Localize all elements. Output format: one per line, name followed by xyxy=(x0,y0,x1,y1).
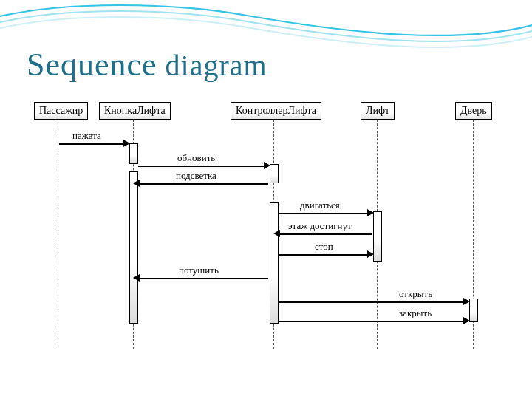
actor-button: КнопкаЛифта xyxy=(99,102,171,120)
msg-label-nazhata: нажата xyxy=(72,130,101,142)
activation-controller-2 xyxy=(270,202,279,324)
msg-label-podsvetka: подсветка xyxy=(176,170,216,182)
activation-lift xyxy=(373,211,382,262)
arrow-icon xyxy=(463,298,470,305)
msg-label-stop: стоп xyxy=(315,241,333,253)
msg-label-dvigatsya: двигаться xyxy=(300,200,340,211)
actor-label: Дверь xyxy=(460,105,487,116)
arrow-icon xyxy=(463,317,470,324)
title-word-1: Sequence xyxy=(27,47,157,83)
actor-door: Дверь xyxy=(455,102,492,120)
msg-podsvetka xyxy=(138,183,268,185)
activation-door xyxy=(469,299,478,322)
msg-stop xyxy=(279,254,372,256)
activation-controller xyxy=(270,164,279,183)
wave-decoration xyxy=(0,0,532,52)
actor-lift: Лифт xyxy=(361,102,395,120)
title-word-2: diagram xyxy=(166,49,267,82)
msg-etazh xyxy=(279,233,372,235)
actor-label: Лифт xyxy=(366,105,389,116)
actor-label: Пассажир xyxy=(39,105,83,116)
arrow-icon xyxy=(273,230,280,237)
arrow-icon xyxy=(367,209,374,216)
arrow-icon xyxy=(367,250,374,258)
msg-label-otkryt: открыть xyxy=(399,288,432,300)
actor-passenger: Пассажир xyxy=(34,102,88,120)
activation-button xyxy=(129,143,138,164)
msg-label-obnovit: обновить xyxy=(177,152,215,164)
sequence-diagram: Пассажир КнопкаЛифта КонтроллерЛифта Лиф… xyxy=(30,102,502,361)
arrow-icon xyxy=(264,162,270,169)
arrow-icon xyxy=(123,140,130,147)
activation-button-2 xyxy=(129,171,138,324)
msg-otkryt xyxy=(279,301,468,303)
arrow-icon xyxy=(133,274,140,282)
msg-potushit xyxy=(138,278,268,279)
msg-dvigatsya xyxy=(279,213,372,214)
actor-label: КонтроллерЛифта xyxy=(236,105,316,116)
arrow-icon xyxy=(133,180,140,187)
msg-obnovit xyxy=(138,166,268,167)
lifeline-passenger xyxy=(58,120,58,349)
actor-label: КнопкаЛифта xyxy=(104,105,166,116)
slide-title: Sequence diagram xyxy=(27,46,267,83)
msg-label-etazh: этаж достигнут xyxy=(288,220,352,232)
actor-controller: КонтроллерЛифта xyxy=(231,102,321,120)
msg-label-zakryt: закрыть xyxy=(399,307,432,319)
msg-label-potushit: потушить xyxy=(179,265,219,276)
msg-nazhata xyxy=(59,143,128,145)
msg-zakryt xyxy=(279,321,468,322)
